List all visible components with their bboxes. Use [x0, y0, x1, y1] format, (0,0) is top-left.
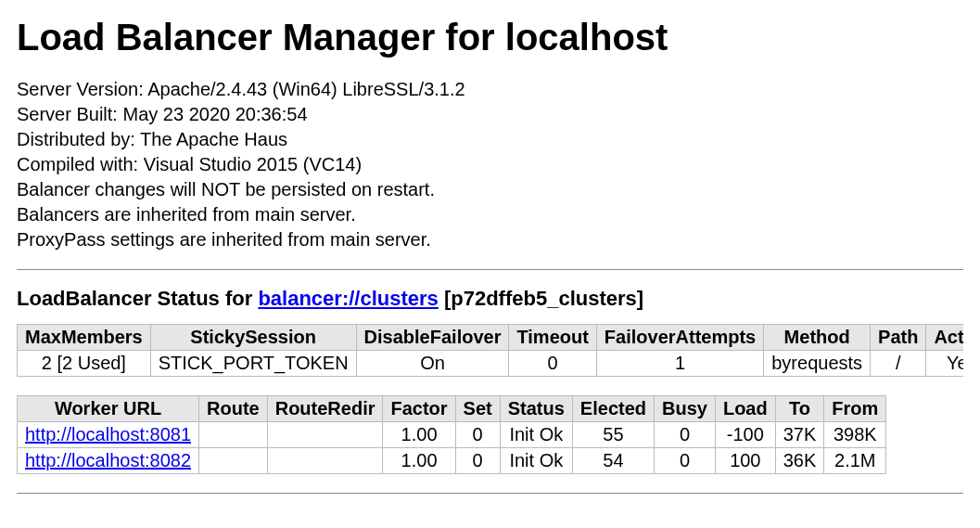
balancer-summary-table: MaxMembers StickySession DisableFailover… — [17, 324, 963, 377]
col-worker-url: Worker URL — [18, 396, 199, 422]
cell-factor: 1.00 — [383, 448, 455, 474]
table-header-row: Worker URL Route RouteRedir Factor Set S… — [18, 396, 886, 422]
col-factor: Factor — [383, 396, 455, 422]
cell-active: Yes — [926, 351, 963, 377]
cell-factor: 1.00 — [383, 422, 455, 448]
cell-status: Init Ok — [500, 448, 572, 474]
col-method: Method — [764, 325, 871, 351]
col-sticky-session: StickySession — [150, 325, 356, 351]
table-header-row: MaxMembers StickySession DisableFailover… — [18, 325, 964, 351]
server-version-value: Apache/2.4.43 (Win64) LibreSSL/3.1.2 — [147, 79, 465, 99]
balancer-link[interactable]: balancer://clusters — [258, 287, 438, 310]
col-set: Set — [455, 396, 500, 422]
cell-route-redir — [267, 422, 383, 448]
table-row: http://localhost:80821.000Init Ok5401003… — [18, 448, 886, 474]
cell-elected: 55 — [572, 422, 654, 448]
col-load: Load — [715, 396, 775, 422]
table-row: http://localhost:80811.000Init Ok550-100… — [18, 422, 886, 448]
cell-elected: 54 — [572, 448, 654, 474]
cell-set: 0 — [455, 422, 500, 448]
server-built-label: Server Built: — [17, 104, 118, 124]
col-from: From — [824, 396, 886, 422]
server-built-row: Server Built: May 23 2020 20:36:54 — [17, 102, 963, 127]
col-active: Active — [926, 325, 963, 351]
cell-busy: 0 — [655, 422, 716, 448]
cell-max-members: 2 [2 Used] — [18, 351, 151, 377]
table-row: 2 [2 Used] STICK_PORT_TOKEN On 0 1 byreq… — [18, 351, 964, 377]
cell-worker-url: http://localhost:8082 — [18, 448, 199, 474]
cell-to: 36K — [775, 448, 824, 474]
col-timeout: Timeout — [509, 325, 596, 351]
col-path: Path — [871, 325, 926, 351]
cell-busy: 0 — [655, 448, 716, 474]
divider — [17, 493, 963, 494]
distributed-by-row: Distributed by: The Apache Haus — [17, 127, 963, 152]
cell-sticky-session: STICK_PORT_TOKEN — [150, 351, 356, 377]
compiled-with-row: Compiled with: Visual Studio 2015 (VC14) — [17, 152, 963, 177]
col-failover-attempts: FailoverAttempts — [596, 325, 763, 351]
cell-method: byrequests — [764, 351, 871, 377]
worker-url-link[interactable]: http://localhost:8082 — [25, 450, 191, 470]
compiled-with-value: Visual Studio 2015 (VC14) — [144, 154, 362, 174]
cell-from: 398K — [824, 422, 886, 448]
page-title: Load Balancer Manager for localhost — [17, 17, 963, 58]
distributed-by-label: Distributed by: — [17, 129, 135, 149]
balancer-status-suffix: [p72dffeb5_clusters] — [439, 287, 643, 310]
cell-to: 37K — [775, 422, 824, 448]
compiled-with-label: Compiled with: — [17, 154, 138, 174]
col-status: Status — [500, 396, 572, 422]
cell-set: 0 — [455, 448, 500, 474]
col-elected: Elected — [572, 396, 654, 422]
cell-worker-url: http://localhost:8081 — [18, 422, 199, 448]
worker-url-link[interactable]: http://localhost:8081 — [25, 424, 191, 444]
col-max-members: MaxMembers — [18, 325, 151, 351]
cell-load: 100 — [715, 448, 775, 474]
col-to: To — [775, 396, 824, 422]
balancer-status-prefix: LoadBalancer Status for — [17, 287, 258, 310]
server-version-label: Server Version: — [17, 79, 144, 99]
distributed-by-value: The Apache Haus — [140, 129, 287, 149]
server-built-value: May 23 2020 20:36:54 — [123, 104, 308, 124]
proxypass-note: ProxyPass settings are inherited from ma… — [17, 227, 963, 252]
server-version-row: Server Version: Apache/2.4.43 (Win64) Li… — [17, 77, 963, 102]
col-busy: Busy — [655, 396, 716, 422]
cell-timeout: 0 — [509, 351, 596, 377]
col-route-redir: RouteRedir — [267, 396, 383, 422]
cell-route — [199, 422, 268, 448]
cell-status: Init Ok — [500, 422, 572, 448]
cell-path: / — [871, 351, 926, 377]
cell-load: -100 — [715, 422, 775, 448]
cell-route-redir — [267, 448, 383, 474]
cell-failover-attempts: 1 — [596, 351, 763, 377]
divider — [17, 269, 963, 270]
inherit-note: Balancers are inherited from main server… — [17, 202, 963, 227]
worker-table: Worker URL Route RouteRedir Factor Set S… — [17, 395, 886, 474]
server-info-block: Server Version: Apache/2.4.43 (Win64) Li… — [17, 77, 963, 252]
balancer-status-heading: LoadBalancer Status for balancer://clust… — [17, 287, 963, 311]
cell-from: 2.1M — [824, 448, 886, 474]
cell-route — [199, 448, 268, 474]
col-disable-failover: DisableFailover — [356, 325, 509, 351]
persist-note: Balancer changes will NOT be persisted o… — [17, 177, 963, 202]
col-route: Route — [199, 396, 268, 422]
cell-disable-failover: On — [356, 351, 509, 377]
